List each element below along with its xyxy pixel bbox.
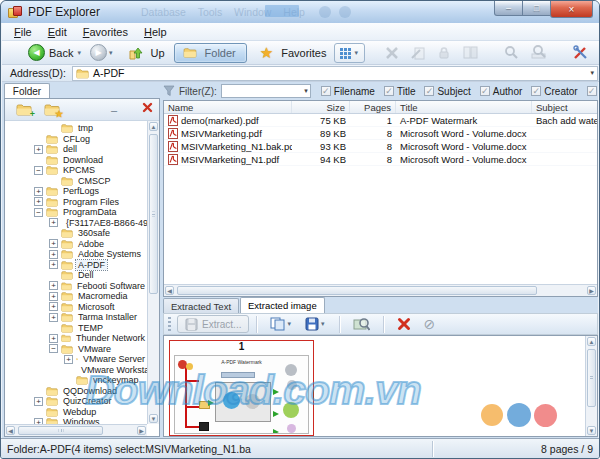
tree-item[interactable]: + Windows [6,417,147,424]
favorites-button[interactable]: ★ Favorites [260,46,329,60]
field-checkbox[interactable]: ✓ Author [480,86,522,97]
back-dropdown-icon[interactable]: ▾ [77,49,81,57]
tree-vertical-scrollbar[interactable]: ▲ ▼ [147,121,159,424]
tree-expander[interactable]: − [34,208,43,217]
file-row[interactable]: demo(marked).pdf 75 KB 1 A-PDF Watermark… [164,114,597,127]
tree-item[interactable]: + Program Files [6,197,147,208]
scroll-thumb[interactable] [177,286,537,295]
scroll-right-icon[interactable]: ▶ [137,426,146,435]
tree-expander[interactable]: + [34,187,43,196]
minimize-button[interactable]: – [494,1,523,16]
search-preview-icon[interactable] [531,45,547,60]
tree-item[interactable]: + PerfLogs [6,186,147,197]
tree-expander[interactable]: + [49,302,58,311]
field-checkbox[interactable]: ✓ Creator [531,86,577,97]
tab-folder[interactable]: Folder [4,83,50,98]
add-folder-button[interactable]: + [13,101,35,119]
lock-icon[interactable] [437,46,451,60]
panel-close-button[interactable] [142,102,153,113]
tree-item[interactable]: + Adobe [6,239,147,250]
edit-properties-icon[interactable] [411,46,425,60]
title-bar[interactable]: PDF Explorer Database Tools Window Help … [1,1,600,23]
list-horizontal-scrollbar[interactable]: ◀ ▶ [164,284,597,296]
scroll-left-icon[interactable]: ◀ [6,426,15,435]
filter-combobox[interactable]: ▾ [221,84,311,98]
tree-item[interactable]: − VMware [6,344,147,355]
tree-item[interactable]: + Thunder Network [6,333,147,344]
tree-item[interactable]: + Macromedia [6,291,147,302]
maximize-button[interactable]: □ [523,1,550,16]
field-checkbox[interactable]: ✓ Subject [424,86,470,97]
tree-expander[interactable]: + [34,197,43,206]
menu-item[interactable]: Favorites [75,24,136,40]
tree-item[interactable]: Dell [6,270,147,281]
tree-expander[interactable]: + [49,281,58,290]
tree-item[interactable]: + VMware Server [6,354,147,365]
folder-toggle-button[interactable]: Folder [174,43,247,63]
search-icon[interactable] [504,45,519,60]
back-button[interactable]: ◀ Back ▾ [28,44,83,61]
tree-expander[interactable]: + [49,292,58,301]
save-image-button[interactable]: ▾ [305,317,327,331]
tree-expander[interactable]: + [49,313,58,322]
tree-item[interactable]: + Microsoft [6,302,147,313]
menu-item[interactable]: Help [136,24,175,40]
tree-expander[interactable]: + [49,260,58,269]
file-row[interactable]: MSIVMarketing.pdf 89 KB 8 Microsoft Word… [164,127,597,140]
tree-item[interactable]: − KPCMS [6,165,147,176]
extract-button[interactable]: Extract... [177,315,249,333]
file-row[interactable]: MSIVMarketing_N1.pdf 94 KB 8 Microsoft W… [164,153,597,166]
tree-expander[interactable]: + [49,239,58,248]
address-dropdown-icon[interactable]: ▾ [590,69,594,77]
field-checkbox[interactable]: ✓ Keywords [587,86,598,97]
tree-item[interactable]: VMware Worksta [6,365,147,376]
tree-item[interactable]: QQDownload [6,386,147,397]
tree-expander[interactable]: − [49,344,58,353]
tree-expander[interactable]: + [49,334,58,343]
tab-extracted-image[interactable]: Extracted image [240,297,325,313]
tree-item[interactable]: CMSCP [6,176,147,187]
copy-image-button[interactable]: ▾ [270,317,293,331]
tree-expander[interactable]: + [34,397,43,406]
filter-dropdown-icon[interactable]: ▾ [304,87,308,95]
tree-expander[interactable]: + [64,355,73,364]
tree-expander[interactable]: − [34,166,43,175]
tree-item[interactable]: + Tarma Installer [6,312,147,323]
views-button[interactable]: ▾ [334,43,365,63]
tree-item[interactable]: CFLog [6,134,147,145]
scroll-thumb[interactable] [18,426,103,435]
tree-expander[interactable]: + [49,218,58,227]
tree-item[interactable]: tmp [6,123,147,134]
scroll-down-icon[interactable]: ▼ [587,426,596,435]
tree-item[interactable]: + dell [6,144,147,155]
column-header-pages[interactable]: Pages [350,101,396,113]
preview-image-button[interactable] [353,317,370,332]
tab-extracted-text[interactable]: Extracted Text [163,298,239,313]
tools-icon[interactable] [573,45,588,60]
image-thumbnail[interactable]: 1 A-PDF Watermark Batch PDF Watermarking [169,340,314,436]
tree-item[interactable]: TEMP [6,323,147,334]
up-button[interactable]: Up [129,46,167,60]
tree-item[interactable]: + Adobe Systems [6,249,147,260]
address-field[interactable]: A-PDF ▾ [72,66,598,81]
scroll-down-icon[interactable]: ▼ [149,414,158,423]
field-checkbox[interactable]: ✓ Title [384,86,416,97]
tree-item[interactable]: + QuizCreator [6,396,147,407]
menu-item[interactable]: File [6,24,40,40]
tree-item[interactable]: 360safe [6,228,147,239]
scroll-thumb[interactable] [149,134,158,294]
menu-item[interactable]: Edit [40,24,75,40]
tree-item[interactable]: + A-PDF [6,260,147,271]
tree-item[interactable]: vnckeymap [6,375,147,386]
close-button[interactable]: × [550,1,593,18]
favorite-folder-button[interactable]: ★ [41,101,63,119]
scroll-left-icon[interactable]: ◀ [165,286,174,295]
scroll-thumb[interactable] [587,349,596,407]
scroll-up-icon[interactable]: ▲ [149,122,158,131]
field-checkbox[interactable]: ✓ Filename [321,86,375,97]
forward-dropdown-icon[interactable]: ▾ [109,49,113,57]
forward-button[interactable]: ▶ ▾ [90,44,115,61]
column-header-size[interactable]: Size [292,101,350,113]
delete-image-button[interactable] [397,317,411,331]
preview-vertical-scrollbar[interactable]: ▲ ▼ [585,336,597,436]
